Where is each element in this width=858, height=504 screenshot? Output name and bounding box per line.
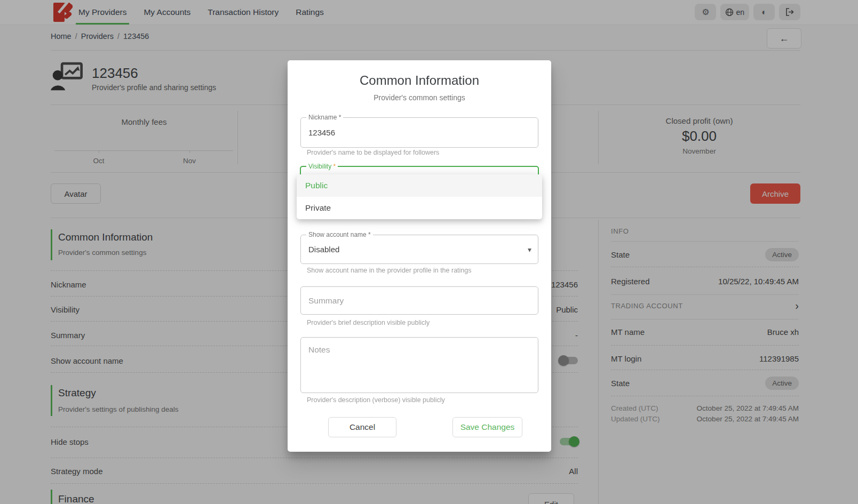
modal-subtitle: Provider's common settings bbox=[288, 93, 551, 102]
notes-field bbox=[300, 337, 538, 393]
nickname-field[interactable]: Nickname * 123456 bbox=[300, 117, 538, 148]
show-account-name-value: Disabled bbox=[308, 235, 339, 263]
caret-down-icon[interactable]: ▾ bbox=[528, 245, 531, 254]
save-changes-button[interactable]: Save Changes bbox=[452, 417, 522, 437]
visibility-label-text: Visibility bbox=[308, 163, 331, 170]
common-information-modal: Common Information Provider's common set… bbox=[288, 60, 551, 452]
summary-helper-text: Provider's brief description visible pub… bbox=[307, 319, 536, 326]
dropdown-option-public[interactable]: Public bbox=[297, 174, 542, 197]
cancel-button[interactable]: Cancel bbox=[328, 417, 396, 437]
modal-title: Common Information bbox=[288, 73, 551, 88]
show-account-name-helper-text: Show account name in the provider profil… bbox=[307, 267, 536, 274]
summary-field bbox=[300, 286, 538, 315]
visibility-dropdown-menu: Public Private bbox=[297, 174, 542, 219]
summary-input[interactable] bbox=[301, 287, 538, 314]
notes-textarea[interactable] bbox=[301, 338, 538, 393]
dropdown-option-private[interactable]: Private bbox=[297, 197, 542, 219]
required-asterisk: * bbox=[333, 163, 336, 170]
nickname-field-value: 123456 bbox=[308, 118, 335, 147]
visibility-field-label: Visibility * bbox=[306, 163, 338, 170]
show-account-name-select[interactable]: Show account name * Disabled ▾ bbox=[300, 235, 538, 264]
notes-helper-text: Provider's description (verbose) visible… bbox=[307, 396, 536, 404]
nickname-helper-text: Provider's name to be displayed for foll… bbox=[307, 149, 536, 156]
